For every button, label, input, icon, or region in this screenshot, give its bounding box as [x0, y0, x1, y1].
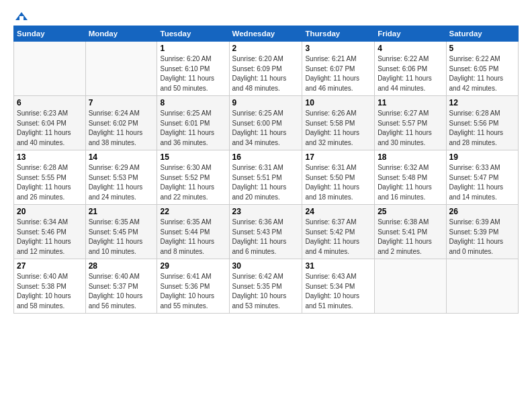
day-number: 19	[449, 152, 515, 162]
day-number: 7	[89, 98, 154, 107]
calendar-cell	[446, 259, 518, 314]
calendar-week-row: 6Sunrise: 6:23 AM Sunset: 6:04 PM Daylig…	[14, 96, 519, 150]
calendar-cell: 18Sunrise: 6:32 AM Sunset: 5:48 PM Dayli…	[375, 150, 446, 205]
calendar-week-row: 20Sunrise: 6:34 AM Sunset: 5:46 PM Dayli…	[14, 205, 519, 259]
calendar-week-row: 1Sunrise: 6:20 AM Sunset: 6:10 PM Daylig…	[14, 42, 519, 96]
day-number: 25	[378, 207, 443, 216]
day-info: Sunrise: 6:42 AM Sunset: 5:35 PM Dayligh…	[232, 272, 300, 311]
day-info: Sunrise: 6:20 AM Sunset: 6:10 PM Dayligh…	[160, 54, 226, 93]
day-info: Sunrise: 6:38 AM Sunset: 5:41 PM Dayligh…	[378, 218, 443, 257]
calendar-cell: 1Sunrise: 6:20 AM Sunset: 6:10 PM Daylig…	[157, 42, 229, 96]
calendar-cell: 6Sunrise: 6:23 AM Sunset: 6:04 PM Daylig…	[14, 96, 86, 150]
calendar-cell: 13Sunrise: 6:28 AM Sunset: 5:55 PM Dayli…	[14, 150, 86, 205]
calendar-cell: 5Sunrise: 6:22 AM Sunset: 6:05 PM Daylig…	[446, 42, 518, 96]
day-number: 30	[232, 261, 300, 271]
day-number: 14	[89, 152, 154, 162]
day-number: 4	[378, 44, 443, 53]
calendar-cell: 3Sunrise: 6:21 AM Sunset: 6:07 PM Daylig…	[302, 42, 375, 96]
calendar-cell: 29Sunrise: 6:41 AM Sunset: 5:36 PM Dayli…	[157, 259, 229, 314]
day-info: Sunrise: 6:22 AM Sunset: 6:05 PM Dayligh…	[449, 54, 515, 93]
day-number: 5	[449, 44, 515, 53]
calendar-cell: 21Sunrise: 6:35 AM Sunset: 5:45 PM Dayli…	[85, 205, 157, 259]
calendar-cell: 31Sunrise: 6:43 AM Sunset: 5:34 PM Dayli…	[302, 259, 375, 314]
calendar-cell: 30Sunrise: 6:42 AM Sunset: 5:35 PM Dayli…	[229, 259, 302, 314]
day-info: Sunrise: 6:32 AM Sunset: 5:48 PM Dayligh…	[378, 163, 443, 202]
day-number: 2	[232, 44, 300, 53]
calendar-cell	[85, 42, 157, 96]
header	[13, 11, 519, 19]
day-number: 12	[449, 98, 515, 107]
day-number: 26	[449, 207, 515, 216]
day-number: 1	[160, 44, 226, 53]
calendar-cell: 7Sunrise: 6:24 AM Sunset: 6:02 PM Daylig…	[85, 96, 157, 150]
day-info: Sunrise: 6:31 AM Sunset: 5:51 PM Dayligh…	[232, 163, 300, 202]
day-number: 13	[17, 152, 83, 162]
day-info: Sunrise: 6:36 AM Sunset: 5:43 PM Dayligh…	[232, 218, 300, 257]
svg-marker-1	[19, 16, 24, 20]
calendar-table: SundayMondayTuesdayWednesdayThursdayFrid…	[13, 26, 519, 314]
calendar-cell: 10Sunrise: 6:26 AM Sunset: 5:58 PM Dayli…	[302, 96, 375, 150]
day-info: Sunrise: 6:35 AM Sunset: 5:44 PM Dayligh…	[160, 218, 226, 257]
day-info: Sunrise: 6:20 AM Sunset: 6:09 PM Dayligh…	[232, 54, 300, 93]
calendar-week-row: 13Sunrise: 6:28 AM Sunset: 5:55 PM Dayli…	[14, 150, 519, 205]
day-info: Sunrise: 6:28 AM Sunset: 5:55 PM Dayligh…	[17, 163, 83, 202]
calendar-cell: 27Sunrise: 6:40 AM Sunset: 5:38 PM Dayli…	[14, 259, 86, 314]
calendar-cell: 28Sunrise: 6:40 AM Sunset: 5:37 PM Dayli…	[85, 259, 157, 314]
day-number: 17	[305, 152, 371, 162]
weekday-header-tuesday: Tuesday	[157, 26, 229, 42]
weekday-header-wednesday: Wednesday	[229, 26, 302, 42]
logo-icon	[14, 11, 29, 21]
day-number: 8	[160, 98, 226, 107]
day-number: 29	[160, 261, 226, 271]
calendar-cell: 23Sunrise: 6:36 AM Sunset: 5:43 PM Dayli…	[229, 205, 302, 259]
calendar-cell: 20Sunrise: 6:34 AM Sunset: 5:46 PM Dayli…	[14, 205, 86, 259]
page: SundayMondayTuesdayWednesdayThursdayFrid…	[0, 0, 532, 411]
calendar-cell: 22Sunrise: 6:35 AM Sunset: 5:44 PM Dayli…	[157, 205, 229, 259]
day-number: 18	[378, 152, 443, 162]
day-info: Sunrise: 6:28 AM Sunset: 5:56 PM Dayligh…	[449, 109, 515, 148]
calendar-cell: 9Sunrise: 6:25 AM Sunset: 6:00 PM Daylig…	[229, 96, 302, 150]
day-number: 20	[17, 207, 83, 216]
day-info: Sunrise: 6:30 AM Sunset: 5:52 PM Dayligh…	[160, 163, 226, 202]
calendar-cell: 16Sunrise: 6:31 AM Sunset: 5:51 PM Dayli…	[229, 150, 302, 205]
day-number: 21	[89, 207, 154, 216]
day-info: Sunrise: 6:35 AM Sunset: 5:45 PM Dayligh…	[89, 218, 154, 257]
day-info: Sunrise: 6:29 AM Sunset: 5:53 PM Dayligh…	[89, 163, 154, 202]
calendar-cell: 2Sunrise: 6:20 AM Sunset: 6:09 PM Daylig…	[229, 42, 302, 96]
calendar-cell: 25Sunrise: 6:38 AM Sunset: 5:41 PM Dayli…	[375, 205, 446, 259]
day-number: 24	[305, 207, 371, 216]
day-info: Sunrise: 6:22 AM Sunset: 6:06 PM Dayligh…	[378, 54, 443, 93]
calendar-cell: 4Sunrise: 6:22 AM Sunset: 6:06 PM Daylig…	[375, 42, 446, 96]
day-info: Sunrise: 6:34 AM Sunset: 5:46 PM Dayligh…	[17, 218, 83, 257]
day-info: Sunrise: 6:25 AM Sunset: 6:01 PM Dayligh…	[160, 109, 226, 148]
day-info: Sunrise: 6:24 AM Sunset: 6:02 PM Dayligh…	[89, 109, 154, 148]
day-number: 27	[17, 261, 83, 271]
calendar-cell: 19Sunrise: 6:33 AM Sunset: 5:47 PM Dayli…	[446, 150, 518, 205]
day-info: Sunrise: 6:41 AM Sunset: 5:36 PM Dayligh…	[160, 272, 226, 311]
calendar-cell: 26Sunrise: 6:39 AM Sunset: 5:39 PM Dayli…	[446, 205, 518, 259]
calendar-cell: 24Sunrise: 6:37 AM Sunset: 5:42 PM Dayli…	[302, 205, 375, 259]
day-info: Sunrise: 6:25 AM Sunset: 6:00 PM Dayligh…	[232, 109, 300, 148]
day-number: 28	[89, 261, 154, 271]
day-info: Sunrise: 6:21 AM Sunset: 6:07 PM Dayligh…	[305, 54, 371, 93]
day-info: Sunrise: 6:39 AM Sunset: 5:39 PM Dayligh…	[449, 218, 515, 257]
day-info: Sunrise: 6:23 AM Sunset: 6:04 PM Dayligh…	[17, 109, 83, 148]
calendar-cell: 11Sunrise: 6:27 AM Sunset: 5:57 PM Dayli…	[375, 96, 446, 150]
day-number: 10	[305, 98, 371, 107]
calendar-cell: 8Sunrise: 6:25 AM Sunset: 6:01 PM Daylig…	[157, 96, 229, 150]
calendar-cell: 14Sunrise: 6:29 AM Sunset: 5:53 PM Dayli…	[85, 150, 157, 205]
calendar-week-row: 27Sunrise: 6:40 AM Sunset: 5:38 PM Dayli…	[14, 259, 519, 314]
day-number: 22	[160, 207, 226, 216]
day-number: 3	[305, 44, 371, 53]
day-number: 31	[305, 261, 371, 271]
day-info: Sunrise: 6:31 AM Sunset: 5:50 PM Dayligh…	[305, 163, 371, 202]
calendar-cell	[375, 259, 446, 314]
day-number: 11	[378, 98, 443, 107]
weekday-header-monday: Monday	[85, 26, 157, 42]
day-info: Sunrise: 6:37 AM Sunset: 5:42 PM Dayligh…	[305, 218, 371, 257]
calendar-cell: 15Sunrise: 6:30 AM Sunset: 5:52 PM Dayli…	[157, 150, 229, 205]
logo	[13, 11, 29, 19]
weekday-header-friday: Friday	[375, 26, 446, 42]
calendar-cell: 17Sunrise: 6:31 AM Sunset: 5:50 PM Dayli…	[302, 150, 375, 205]
day-info: Sunrise: 6:27 AM Sunset: 5:57 PM Dayligh…	[378, 109, 443, 148]
